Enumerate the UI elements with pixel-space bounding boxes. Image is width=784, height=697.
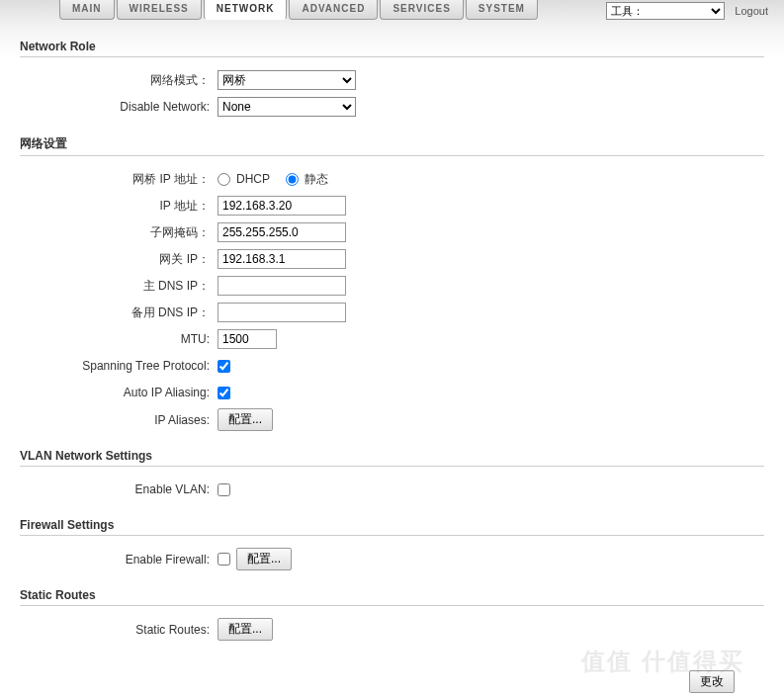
stp-checkbox[interactable] [218, 360, 230, 373]
enable-firewall-checkbox[interactable] [218, 553, 230, 566]
label-gateway: 网关 IP： [20, 251, 218, 268]
radio-dhcp-label: DHCP [236, 172, 270, 186]
label-mtu: MTU: [20, 332, 218, 346]
label-enable-firewall: Enable Firewall: [20, 553, 218, 566]
network-role-section: Network Role 网络模式： 网桥 Disable Network: N… [20, 40, 764, 118]
label-netmask: 子网掩码： [20, 224, 218, 241]
gateway-input[interactable] [218, 249, 346, 269]
content-area: Network Role 网络模式： 网桥 Disable Network: N… [0, 22, 784, 697]
primary-dns-input[interactable] [218, 276, 346, 296]
radio-static[interactable] [286, 173, 299, 186]
radio-dhcp[interactable] [218, 173, 230, 186]
static-routes-section: Static Routes Static Routes: 配置... [20, 588, 764, 641]
label-network-mode: 网络模式： [20, 72, 218, 89]
apply-button[interactable]: 更改 [689, 670, 735, 693]
auto-ip-checkbox[interactable] [218, 387, 230, 399]
tools-select[interactable]: 工具： [606, 2, 725, 20]
nav-tabs: MAIN WIRELESS NETWORK ADVANCED SERVICES … [59, 0, 538, 20]
label-ip-addr: IP 地址： [20, 198, 218, 215]
label-disable-network: Disable Network: [20, 100, 218, 114]
mtu-input[interactable] [218, 329, 277, 349]
firewall-section: Firewall Settings Enable Firewall: 配置... [20, 518, 764, 570]
ip-aliases-configure-button[interactable]: 配置... [218, 408, 273, 431]
label-stp: Spanning Tree Protocol: [20, 359, 218, 373]
tab-advanced[interactable]: ADVANCED [289, 0, 378, 20]
top-bar: MAIN WIRELESS NETWORK ADVANCED SERVICES … [0, 0, 784, 22]
ip-addr-input[interactable] [218, 196, 346, 216]
disable-network-select[interactable]: None [218, 97, 356, 117]
section-title-static-routes: Static Routes [20, 588, 764, 606]
section-title-vlan: VLAN Network Settings [20, 449, 764, 467]
section-title-firewall: Firewall Settings [20, 518, 764, 536]
network-settings-section: 网络设置 网桥 IP 地址： DHCP 静态 IP 地址： 子网掩码： 网关 I… [20, 135, 764, 431]
footer-actions: 更改 [20, 670, 764, 693]
firewall-configure-button[interactable]: 配置... [236, 548, 292, 570]
section-title-network-settings: 网络设置 [20, 135, 764, 156]
enable-vlan-checkbox[interactable] [218, 483, 230, 496]
label-enable-vlan: Enable VLAN: [20, 482, 218, 496]
radio-static-label: 静态 [305, 171, 328, 188]
label-primary-dns: 主 DNS IP： [20, 278, 218, 295]
netmask-input[interactable] [218, 222, 346, 242]
label-static-routes: Static Routes: [20, 623, 218, 637]
label-ip-aliases: IP Aliases: [20, 413, 218, 427]
label-secondary-dns: 备用 DNS IP： [20, 305, 218, 321]
section-title-network-role: Network Role [20, 40, 764, 57]
tab-services[interactable]: SERVICES [380, 0, 463, 20]
label-auto-ip: Auto IP Aliasing: [20, 386, 218, 399]
network-mode-select[interactable]: 网桥 [218, 70, 356, 90]
tab-system[interactable]: SYSTEM [466, 0, 538, 20]
top-right-controls: 工具： Logout [606, 0, 774, 20]
tab-network[interactable]: NETWORK [204, 0, 288, 20]
logout-link[interactable]: Logout [729, 3, 774, 19]
tab-main[interactable]: MAIN [59, 0, 115, 20]
static-routes-configure-button[interactable]: 配置... [218, 618, 273, 641]
label-bridge-ip: 网桥 IP 地址： [20, 171, 218, 188]
tab-wireless[interactable]: WIRELESS [117, 0, 202, 20]
secondary-dns-input[interactable] [218, 303, 346, 322]
vlan-section: VLAN Network Settings Enable VLAN: [20, 449, 764, 500]
